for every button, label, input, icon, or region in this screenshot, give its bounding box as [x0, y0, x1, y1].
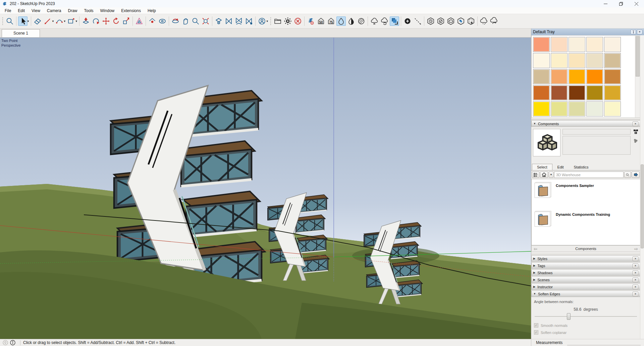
components-close-icon[interactable]: ✕ — [633, 121, 638, 126]
select-tool-icon[interactable] — [18, 16, 28, 26]
color-swatch[interactable] — [604, 69, 621, 84]
toolbar-drag-handle[interactable] — [270, 17, 271, 26]
tab-edit[interactable]: Edit — [552, 164, 569, 170]
hex-disabled-icon[interactable] — [436, 16, 445, 26]
rectangle-tool-icon[interactable] — [66, 16, 76, 26]
panel-close-icon[interactable]: ✕ — [633, 263, 638, 268]
account-menu-icon[interactable] — [257, 16, 267, 26]
home-icon[interactable] — [540, 171, 548, 178]
zoom-window-icon[interactable] — [5, 16, 14, 26]
search-icon[interactable] — [624, 171, 631, 178]
scale-tool-icon[interactable] — [121, 16, 131, 26]
color-swatch[interactable] — [586, 69, 603, 84]
color-swatch[interactable] — [533, 37, 550, 52]
zoom-tool-icon[interactable] — [191, 16, 200, 26]
collections-dropdown-icon[interactable]: ▼ — [549, 171, 553, 178]
eraser-tool-icon[interactable] — [33, 16, 42, 26]
view-options-icon[interactable] — [532, 171, 539, 178]
color-swatch[interactable] — [586, 37, 603, 52]
styles-panel-header[interactable]: ▶Styles✕ — [531, 255, 640, 262]
warehouse-search-input[interactable]: 3D Warehouse — [554, 171, 624, 178]
color-swatch[interactable] — [604, 37, 621, 52]
tab-statistics[interactable]: Statistics — [569, 164, 594, 170]
component-collection-item[interactable]: Components Sampler — [532, 181, 639, 209]
color-swatch[interactable] — [586, 85, 603, 100]
color-swatch[interactable] — [551, 69, 568, 84]
dropdown-caret-icon[interactable]: ▼ — [63, 20, 66, 23]
section-cut-toggle-icon[interactable] — [234, 16, 244, 26]
orbit-tool-icon[interactable] — [171, 16, 180, 26]
menu-tools[interactable]: Tools — [81, 8, 97, 14]
geolocation-icon[interactable] — [3, 340, 8, 345]
components-stack-icon[interactable] — [390, 16, 399, 26]
next-page-icon[interactable] — [632, 171, 640, 178]
menu-extensions[interactable]: Extensions — [118, 8, 144, 14]
components-panel-header[interactable]: ▼ Components ✕ — [531, 120, 640, 127]
tags-panel-header[interactable]: ▶Tags✕ — [531, 262, 640, 269]
tray-scrollbar[interactable] — [640, 35, 644, 339]
color-swatch[interactable] — [551, 85, 568, 100]
menu-camera[interactable]: Camera — [44, 8, 65, 14]
preferences-icon[interactable] — [283, 16, 292, 26]
panel-close-icon[interactable]: ✕ — [633, 285, 638, 289]
move-tool-icon[interactable] — [101, 16, 111, 26]
scene-tab[interactable]: Scene 1 — [2, 29, 40, 37]
dropdown-caret-icon[interactable]: ▼ — [52, 20, 54, 23]
colors-scrollbar[interactable] — [635, 36, 640, 117]
look-around-tool-icon[interactable] — [158, 16, 167, 26]
cloud-sync-icon[interactable] — [380, 16, 389, 26]
dropdown-caret-icon[interactable]: ▼ — [266, 20, 269, 23]
color-swatch[interactable] — [569, 69, 585, 84]
soften-edges-close-icon[interactable]: ✕ — [633, 292, 638, 296]
add-location-icon[interactable] — [403, 16, 412, 26]
3d-viewport[interactable]: Two Point Perspective — [0, 38, 531, 339]
arc-tool-icon[interactable] — [55, 16, 64, 26]
scenes-panel-header[interactable]: ▶Scenes✕ — [531, 277, 640, 283]
dropdown-caret-icon[interactable]: ▼ — [27, 20, 30, 23]
menu-draw[interactable]: Draw — [65, 8, 81, 14]
panel-resize-handle[interactable] — [531, 118, 640, 120]
menu-file[interactable]: File — [1, 8, 14, 14]
angle-slider-handle[interactable] — [567, 313, 571, 320]
color-swatch[interactable] — [604, 101, 621, 116]
secondary-pane-icon[interactable] — [634, 130, 638, 134]
checkbox[interactable]: ✓ — [534, 330, 538, 335]
in-model-icon[interactable] — [633, 139, 638, 143]
hex-warehouse-icon[interactable] — [456, 16, 466, 26]
snap-75-icon[interactable]: 75 — [326, 16, 336, 26]
soften-edges-panel-header[interactable]: ▼ Soften Edges ✕ — [531, 291, 640, 297]
nav-forward-icon[interactable]: ⇨ — [634, 246, 638, 251]
push-pull-tool-icon[interactable] — [81, 16, 91, 26]
color-swatch[interactable] — [569, 37, 585, 52]
tab-select[interactable]: Select — [532, 164, 552, 170]
rotate-tool-icon[interactable] — [111, 16, 121, 26]
menu-edit[interactable]: Edit — [14, 8, 28, 14]
color-swatch[interactable] — [586, 101, 603, 116]
tray-title-bar[interactable]: Default Tray ✕ — [531, 29, 644, 35]
cloud-download-icon[interactable] — [479, 16, 489, 26]
open-model-icon[interactable] — [273, 16, 282, 26]
color-swatch[interactable] — [551, 53, 568, 68]
section-fill-toggle-icon[interactable] — [244, 16, 254, 26]
color-swatch[interactable] — [604, 85, 621, 100]
follow-me-tool-icon[interactable] — [91, 16, 101, 26]
section-display-toggle-icon[interactable] — [224, 16, 233, 26]
panel-close-icon[interactable]: ✕ — [633, 256, 638, 261]
line-tool-icon[interactable] — [43, 16, 52, 26]
section-plane-tool-icon[interactable] — [214, 16, 223, 26]
panel-close-icon[interactable]: ✕ — [633, 270, 638, 275]
component-collection-item[interactable]: Dynamic Components Training — [532, 209, 639, 238]
angle-slider[interactable] — [535, 312, 637, 320]
panel-close-icon[interactable]: ✕ — [633, 278, 638, 282]
component-name-field[interactable] — [562, 129, 631, 135]
cloud-remove-icon[interactable] — [370, 16, 379, 26]
checkbox[interactable]: ✓ — [534, 323, 538, 328]
color-swatch[interactable] — [533, 101, 550, 116]
color-swatch[interactable] — [569, 85, 585, 100]
nav-back-icon[interactable]: ⇦ — [534, 246, 537, 251]
model-info-icon[interactable] — [10, 340, 15, 345]
style-hatch-icon[interactable] — [357, 16, 366, 26]
toolbar-drag-handle[interactable] — [2, 17, 3, 26]
dropdown-caret-icon[interactable]: ▼ — [75, 20, 78, 23]
snap-50-icon[interactable]: 50 — [316, 16, 326, 26]
